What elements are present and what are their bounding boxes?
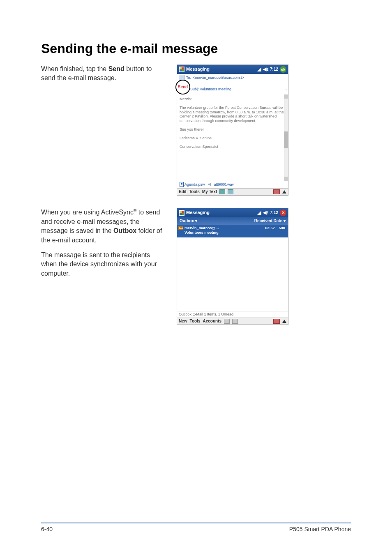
page-footer: 6-40 P505 Smart PDA Phone xyxy=(41,523,351,532)
ok-button[interactable]: ok xyxy=(280,66,286,73)
list-item-from-row: mervin_marcos@… 03:52 50K xyxy=(184,226,286,230)
menubar-2: New Tools Accounts xyxy=(177,318,288,325)
status-line: Outlook E-Mail 1 Items, 1 Unread. xyxy=(177,311,288,318)
attachment-2-name: att9000.wav xyxy=(214,182,234,187)
clock-2: 7:12 xyxy=(270,210,278,215)
subj-value: Volunteers meeting xyxy=(200,87,231,91)
toolbar-icon-4[interactable] xyxy=(232,319,238,324)
greeting: Mervin: xyxy=(180,97,286,101)
toolbar-icon-2[interactable] xyxy=(228,189,233,194)
attachment-row: Agenda.psw att9000.wav xyxy=(177,181,288,188)
scrollbar-1[interactable] xyxy=(284,94,288,181)
para2-bold: Outbox xyxy=(113,227,136,234)
para2-pre: When you are using ActiveSync xyxy=(41,209,134,216)
volume-icon: ◀ᴇ xyxy=(263,67,268,72)
subj-label: Subj: xyxy=(190,87,199,91)
toolbar-icon-3[interactable] xyxy=(224,319,230,324)
keyboard-icon[interactable] xyxy=(273,189,280,194)
app-title-1: Messaging xyxy=(186,67,256,72)
toolbar-icon-1[interactable] xyxy=(219,189,225,194)
scroll-thumb[interactable] xyxy=(284,131,288,148)
signal-icon xyxy=(257,67,261,71)
para-2: When you are using ActiveSync® to send a… xyxy=(41,208,164,245)
product-name: P505 Smart PDA Phone xyxy=(289,526,351,532)
para-3: The message is sent to the recipients wh… xyxy=(41,251,164,278)
menu-new[interactable]: New xyxy=(179,319,187,324)
close-button[interactable]: ✕ xyxy=(280,210,286,216)
menubar-1: Edit Tools My Text xyxy=(177,188,288,195)
list-item-subject: Volunteers meeting xyxy=(184,230,286,235)
list-item-from: mervin_marcos@… xyxy=(184,226,219,230)
scroll-down-icon[interactable] xyxy=(284,177,288,181)
body-text-1: When finished, tap the Send button to se… xyxy=(41,64,164,196)
scroll-up-icon[interactable] xyxy=(284,94,288,99)
message-body[interactable]: Mervin: The volunteer group for the Fore… xyxy=(177,94,288,181)
message-list[interactable]: mervin_marcos@… 03:52 50K Volunteers mee… xyxy=(177,225,288,311)
screenshot-compose: Messaging ◀ᴇ 7:12 ok To: <mervin_marcos@… xyxy=(177,64,288,196)
attachment-1-name: Agenda.psw xyxy=(184,182,205,187)
compose-to-row: To: <mervin_marcos@asus.com.t> xyxy=(177,74,288,81)
list-item[interactable]: mervin_marcos@… 03:52 50K Volunteers mee… xyxy=(177,225,288,237)
titlebar-2: Messaging ◀ᴇ 7:12 ✕ xyxy=(177,208,288,217)
menu-edit[interactable]: Edit xyxy=(179,189,187,194)
menu-mytext[interactable]: My Text xyxy=(202,189,217,194)
subject-line[interactable]: Subj: Volunteers meeting ⌄ xyxy=(190,85,288,92)
page-heading: Sending the e-mail message xyxy=(41,41,351,56)
attachment-2[interactable]: att9000.wav xyxy=(208,182,234,187)
body-text-2: When you are using ActiveSync® to send a… xyxy=(41,208,164,325)
page-number: 6-40 xyxy=(41,526,53,532)
send-subj-row: Send Subj: Volunteers meeting ⌄ xyxy=(177,81,288,94)
menu-tools-1[interactable]: Tools xyxy=(189,189,200,194)
folderbar: Outbox Received Date xyxy=(177,217,288,225)
sig-name: Ledesma V. Santos xyxy=(180,136,286,140)
status-icons-2: ◀ᴇ 7:12 xyxy=(257,210,278,215)
body-paragraph: The volunteer group for the Forest Conse… xyxy=(180,106,286,123)
closing: See you there! xyxy=(180,127,286,132)
sig-title: Conservation Specialist xyxy=(180,145,286,149)
to-value[interactable]: <mervin_marcos@asus.com.t> xyxy=(193,76,244,80)
volume-icon-2: ◀ᴇ xyxy=(263,210,268,215)
screenshot-outbox: Messaging ◀ᴇ 7:12 ✕ Outbox Received Date… xyxy=(177,208,288,325)
sip-arrow-icon-2[interactable] xyxy=(282,320,286,323)
signal-icon-2 xyxy=(257,211,261,215)
start-icon-2[interactable] xyxy=(179,210,184,216)
status-icons-1: ◀ᴇ 7:12 xyxy=(257,67,278,72)
to-label: To: xyxy=(186,76,191,80)
clock-1: 7:12 xyxy=(270,67,278,72)
app-title-2: Messaging xyxy=(186,210,256,215)
list-item-size: 50K xyxy=(279,226,286,230)
keyboard-icon-2[interactable] xyxy=(273,319,280,324)
folder-dropdown[interactable]: Outbox xyxy=(180,219,197,223)
para-1: When finished, tap the Send button to se… xyxy=(41,64,164,83)
envelope-icon xyxy=(178,226,183,230)
menu-tools-2[interactable]: Tools xyxy=(190,319,201,324)
titlebar-1: Messaging ◀ᴇ 7:12 ok xyxy=(177,65,288,74)
row-1: When finished, tap the Send button to se… xyxy=(41,64,351,196)
start-icon[interactable] xyxy=(179,67,184,72)
row-2: When you are using ActiveSync® to send a… xyxy=(41,208,351,325)
expand-icon[interactable]: ⌄ xyxy=(285,87,288,92)
list-item-time: 03:52 xyxy=(265,226,274,230)
document-icon xyxy=(180,182,184,187)
attachment-1[interactable]: Agenda.psw xyxy=(180,182,205,187)
send-callout-circle: Send xyxy=(175,80,190,94)
para1-bold: Send xyxy=(108,65,125,72)
audio-icon xyxy=(208,182,213,187)
send-button[interactable]: Send xyxy=(178,85,188,90)
sort-dropdown[interactable]: Received Date xyxy=(254,219,286,223)
menu-accounts[interactable]: Accounts xyxy=(203,319,222,324)
para1-pre: When finished, tap the xyxy=(41,65,108,72)
sip-arrow-icon[interactable] xyxy=(282,190,286,193)
